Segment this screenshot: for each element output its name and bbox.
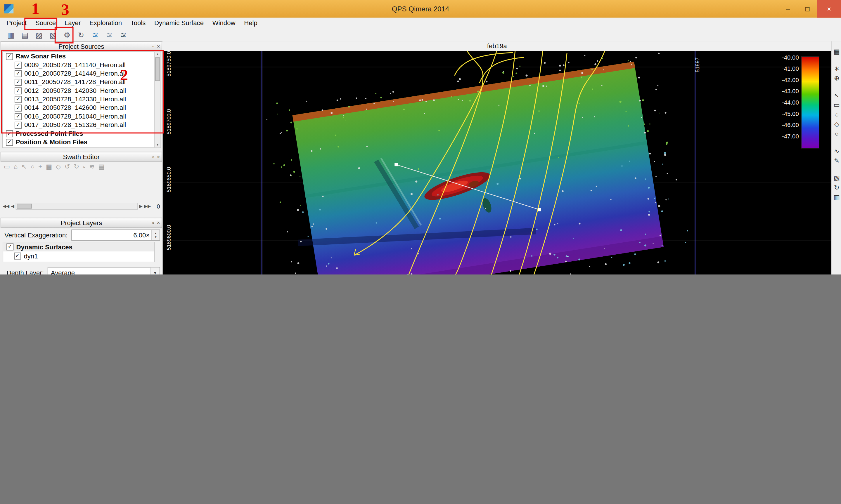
- scene-title: feb19a: [163, 41, 831, 51]
- scatter-points-icon[interactable]: ∗: [832, 64, 841, 74]
- import-file-icon[interactable]: ▨: [33, 29, 45, 41]
- project-layers-panel: Project Layers ▫× Vertical Exaggeration:…: [1, 218, 162, 274]
- pan-icon[interactable]: +: [38, 163, 42, 170]
- swath-editor-toolbar: ▭⌂↖○+▦◇↺↻▫≋▤: [4, 163, 159, 170]
- zoom-icon[interactable]: ○: [31, 163, 34, 170]
- northing-label: 5189650.0: [166, 161, 172, 199]
- surface-blue-icon[interactable]: ≋: [89, 29, 101, 41]
- reprocess-icon[interactable]: ↻: [75, 29, 87, 41]
- annotation-box-gear-button: [55, 27, 74, 43]
- scroll-right2-icon[interactable]: ▶▶: [144, 204, 151, 209]
- dotted-circle-select-icon[interactable]: ◌: [832, 110, 841, 120]
- colorbar-tick-label: -45.00: [771, 110, 799, 117]
- depth-layer-value: Average: [51, 269, 75, 274]
- depth-layer-select[interactable]: Average ▾: [48, 267, 160, 274]
- swath-editor-panel: Swath Editor ▫× ▭⌂↖○+▦◇↺↻▫≋▤ ◀◀ ◀ ▶ ▶▶ 0: [1, 152, 162, 212]
- checkbox-icon[interactable]: ✓: [6, 139, 13, 146]
- surface-item-row[interactable]: ✓ dyn1: [3, 251, 154, 260]
- northing-label: 51897: [695, 46, 701, 84]
- ellipse-select-icon[interactable]: ○: [832, 129, 841, 139]
- spin-down-icon[interactable]: ▾: [152, 235, 160, 239]
- surface-dark-icon[interactable]: ≋: [117, 29, 129, 41]
- rotate-view-icon[interactable]: ↻: [832, 183, 841, 193]
- annotation-number-2: 2: [120, 67, 128, 83]
- close-panel-icon[interactable]: ×: [157, 154, 160, 160]
- undo-icon[interactable]: ↺: [65, 163, 70, 170]
- swath-editor-header[interactable]: Swath Editor ▫×: [1, 152, 162, 162]
- redo-icon[interactable]: ↻: [74, 163, 80, 170]
- scene-view[interactable]: feb19a: [163, 41, 831, 274]
- select-cursor-icon[interactable]: ↖: [832, 91, 841, 100]
- colorbar-tick-label: -40.00: [771, 54, 799, 60]
- close-panel-icon[interactable]: ×: [157, 220, 160, 226]
- slider-thumb[interactable]: [17, 204, 32, 209]
- pin-icon[interactable]: ▭: [4, 163, 10, 170]
- scroll-right-icon[interactable]: ▶: [139, 204, 142, 209]
- colorbar-tick-label: -43.00: [771, 88, 799, 94]
- menu-dynamic-surface[interactable]: Dynamic Surface: [150, 18, 208, 28]
- rect-select-icon[interactable]: ▭: [832, 100, 841, 110]
- northing-label: 5189700.0: [166, 103, 172, 141]
- annotation-box-source-menu: [24, 18, 57, 30]
- menu-tools[interactable]: Tools: [126, 18, 150, 28]
- close-panel-icon[interactable]: ×: [157, 43, 160, 49]
- source-group-row[interactable]: ✓Position & Motion Files: [3, 138, 154, 146]
- close-button[interactable]: ×: [817, 0, 841, 18]
- beam-icon[interactable]: ≋: [89, 163, 95, 170]
- colorbar-tick-label: -47.00: [771, 133, 799, 139]
- home-icon[interactable]: ⌂: [14, 163, 18, 170]
- colorbar-tick-label: -41.00: [771, 66, 799, 72]
- surface-gray-icon[interactable]: ≋: [103, 29, 115, 41]
- depth-layer-row: Depth Layer: Average ▾: [3, 267, 160, 274]
- chevron-down-icon[interactable]: ▾: [150, 268, 159, 274]
- edit-pencil-icon[interactable]: ✎: [832, 156, 841, 166]
- checkbox-icon[interactable]: ✓: [14, 253, 21, 259]
- title-bar[interactable]: QPS Qimera 2014 – □ ×: [0, 0, 841, 18]
- maximize-button[interactable]: □: [798, 0, 817, 18]
- slider-track[interactable]: [16, 203, 138, 210]
- window-controls: – □ ×: [778, 0, 841, 18]
- grid-icon[interactable]: ▦: [46, 163, 52, 170]
- swath-counter: 0: [153, 203, 160, 209]
- northing-label: 5189750.0: [166, 45, 172, 83]
- application-window: QPS Qimera 2014 – □ × ProjectSourceLayer…: [0, 0, 841, 274]
- checkbox-icon[interactable]: ✓: [6, 244, 14, 251]
- menu-layer[interactable]: Layer: [60, 18, 85, 28]
- document-icon[interactable]: ▤: [19, 29, 31, 41]
- project-sources-title: Project Sources: [58, 43, 104, 50]
- vertical-exaggeration-row: Vertical Exaggeration: 6.00× ▴▾: [3, 230, 160, 241]
- menu-window[interactable]: Window: [208, 18, 240, 28]
- spin-up-icon[interactable]: ▴: [152, 231, 160, 235]
- float-panel-icon[interactable]: ▫: [152, 154, 154, 160]
- float-panel-icon[interactable]: ▫: [152, 220, 154, 226]
- menu-exploration[interactable]: Exploration: [85, 18, 126, 28]
- surface-item-label: dyn1: [24, 252, 38, 260]
- surfaces-group-row[interactable]: ✓ Dynamic Surfaces: [3, 242, 154, 251]
- float-panel-icon[interactable]: ▫: [152, 43, 154, 49]
- target-icon[interactable]: ⊕: [832, 74, 841, 83]
- colorbar-tick-label: -42.00: [771, 77, 799, 83]
- menu-help[interactable]: Help: [240, 18, 262, 28]
- project-layers-header[interactable]: Project Layers ▫×: [1, 218, 162, 228]
- expand-icon[interactable]: ▫: [83, 163, 85, 170]
- shading-icon[interactable]: ▧: [832, 173, 841, 183]
- flag-icon[interactable]: ◇: [56, 163, 61, 170]
- clipboard-icon[interactable]: ▥: [5, 29, 17, 41]
- scroll-left-icon[interactable]: ◀: [11, 204, 14, 209]
- cursor-icon[interactable]: ↖: [21, 163, 27, 170]
- project-layers-tree: ✓ Dynamic Surfaces ✓ dyn1: [3, 242, 155, 262]
- scroll-down-icon[interactable]: ▼: [156, 143, 159, 147]
- vertical-exaggeration-stepper[interactable]: 6.00× ▴▾: [71, 230, 160, 241]
- swath-editor-slider[interactable]: ◀◀ ◀ ▶ ▶▶ 0: [3, 202, 160, 210]
- vertical-exaggeration-value: 6.00×: [72, 231, 151, 239]
- depth-layer-label: Depth Layer:: [3, 269, 48, 274]
- minimize-button[interactable]: –: [778, 0, 798, 18]
- table-grid-icon[interactable]: ▦: [832, 47, 841, 56]
- split-view-icon[interactable]: ▥: [832, 193, 841, 202]
- profile-tool-icon[interactable]: ∿: [832, 146, 841, 156]
- wedge-icon[interactable]: ▤: [99, 163, 105, 170]
- surfaces-group-label: Dynamic Surfaces: [16, 243, 72, 251]
- polygon-select-icon[interactable]: ◇: [832, 120, 841, 129]
- scene-canvas[interactable]: [163, 51, 831, 274]
- scroll-left2-icon[interactable]: ◀◀: [3, 204, 10, 209]
